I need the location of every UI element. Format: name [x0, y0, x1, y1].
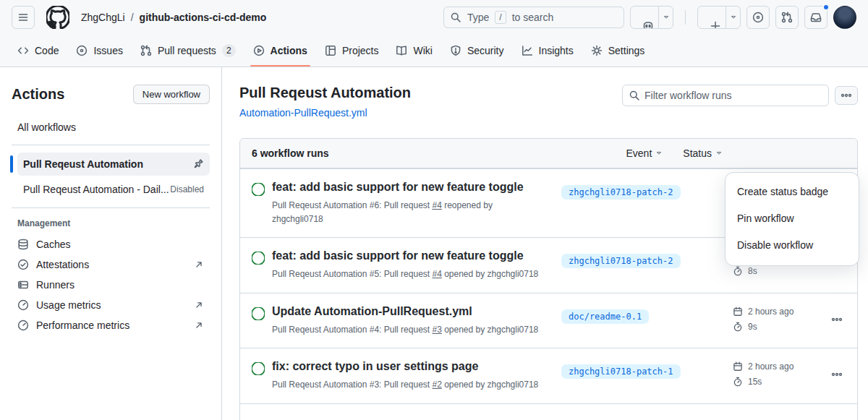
- code-icon: [17, 45, 29, 56]
- run-title-link[interactable]: feat: add basic support for new feature …: [272, 181, 524, 194]
- item-label: Usage metrics: [36, 299, 101, 311]
- tab-projects[interactable]: Projects: [319, 35, 385, 67]
- run-title-link[interactable]: fix: correct typo in user settings page: [272, 360, 478, 373]
- global-search-input[interactable]: Type / to search: [443, 7, 624, 28]
- global-nav-menu-button[interactable]: [12, 6, 35, 29]
- workflow-label: Pull Reqeust Automation - Dail...: [23, 184, 169, 195]
- tab-label: Projects: [342, 45, 379, 56]
- branch-label[interactable]: zhgchgli0718-patch-2: [561, 185, 681, 200]
- issue-opened-icon: [752, 12, 764, 23]
- issue-opened-icon: [76, 45, 88, 56]
- tab-label: Insights: [539, 45, 574, 56]
- status-filter-dropdown[interactable]: Status: [683, 147, 723, 159]
- kebab-icon: [831, 314, 843, 325]
- pr-number-link[interactable]: #4: [432, 269, 441, 279]
- menu-item-create-status-badge[interactable]: Create status badge: [726, 179, 859, 205]
- sidebar-item-all-workflows[interactable]: All workflows: [12, 120, 210, 134]
- run-options-button[interactable]: [825, 364, 848, 385]
- copilot-button[interactable]: [631, 7, 658, 28]
- github-logo[interactable]: [46, 6, 69, 29]
- run-desc-text: Pull Reqeust Automation #4: Pull request: [272, 325, 432, 335]
- branch-label[interactable]: zhgchgli0718-patch-2: [561, 254, 681, 268]
- tab-wiki[interactable]: Wiki: [390, 35, 438, 67]
- run-desc-actor: zhgchgli0718: [272, 213, 561, 226]
- book-icon: [396, 45, 407, 56]
- branch-label[interactable]: doc/readme-0.1: [561, 309, 649, 324]
- tab-label: Settings: [608, 45, 645, 56]
- breadcrumb-repo[interactable]: github-actions-ci-cd-demo: [140, 12, 267, 23]
- search-icon: [450, 12, 461, 23]
- workflow-run-row: Update Automation-PullRequest.yml Pull R…: [240, 293, 857, 348]
- new-workflow-button[interactable]: New workflow: [133, 85, 210, 104]
- repo-nav: Code Issues Pull requests2 Actions Proje…: [0, 35, 868, 67]
- sidebar-title: Actions: [12, 86, 64, 103]
- branch-label[interactable]: zhgchgli0718-patch-1: [561, 364, 681, 379]
- play-icon: [253, 45, 265, 56]
- sidebar-item-performance-metrics[interactable]: Performance metrics: [12, 315, 210, 335]
- chevron-down-icon: [730, 14, 737, 21]
- menu-item-pin-workflow[interactable]: Pin workflow: [726, 205, 859, 232]
- plus-icon: [710, 20, 721, 29]
- item-label: Caches: [36, 239, 70, 250]
- tab-label: Code: [35, 45, 59, 56]
- pr-number-link[interactable]: #2: [432, 380, 441, 390]
- pr-number-link[interactable]: #4: [432, 200, 441, 210]
- pin-workflow-button[interactable]: [189, 155, 208, 173]
- sidebar-item-runners[interactable]: Runners: [12, 275, 210, 295]
- sidebar-item-attestations[interactable]: Attestations: [12, 254, 210, 275]
- event-filter-dropdown[interactable]: Event: [626, 147, 663, 159]
- create-new-menu-button[interactable]: [726, 7, 740, 28]
- filter-workflow-runs-input[interactable]: [622, 85, 829, 106]
- filter-label: Status: [683, 147, 712, 159]
- check-circle-icon: [252, 252, 265, 265]
- workflow-options-menu: Create status badge Pin workflow Disable…: [725, 172, 859, 266]
- tab-code[interactable]: Code: [12, 35, 64, 67]
- tab-label: Pull requests: [158, 45, 216, 56]
- table-icon: [325, 45, 336, 56]
- global-header: ZhgChgLi / github-actions-ci-cd-demo Typ…: [0, 0, 868, 35]
- sidebar-item-caches[interactable]: Caches: [12, 234, 210, 254]
- gauge-icon: [17, 320, 29, 331]
- workflow-file-link[interactable]: Automation-PullRequest.yml: [239, 107, 367, 119]
- inbox-button[interactable]: [804, 6, 827, 29]
- tab-actions[interactable]: Actions: [247, 35, 313, 67]
- filter-label: Event: [626, 147, 652, 159]
- copilot-button-group: [630, 6, 673, 29]
- check-circle-icon: [252, 183, 265, 196]
- item-label: Performance metrics: [36, 320, 129, 331]
- stopwatch-icon: [733, 322, 743, 332]
- tab-issues[interactable]: Issues: [70, 35, 128, 67]
- breadcrumb-owner[interactable]: ZhgChgLi: [81, 12, 125, 23]
- tab-settings[interactable]: Settings: [585, 35, 651, 67]
- tab-label: Wiki: [413, 45, 432, 56]
- copilot-menu-button[interactable]: [658, 7, 673, 28]
- pr-number-link[interactable]: #3: [432, 325, 441, 335]
- issues-global-button[interactable]: [746, 6, 770, 29]
- run-duration: 9s: [748, 322, 757, 332]
- run-title-link[interactable]: Update Automation-PullRequest.yml: [272, 305, 472, 318]
- pull-requests-global-button[interactable]: [775, 6, 799, 29]
- server-icon: [17, 279, 29, 291]
- menu-item-disable-workflow[interactable]: Disable workflow: [726, 232, 859, 259]
- sidebar-item-workflow-disabled[interactable]: Pull Reqeust Automation - Dail... Disabl…: [17, 179, 210, 200]
- run-options-button[interactable]: [825, 309, 848, 330]
- tab-pull-requests[interactable]: Pull requests2: [135, 35, 242, 67]
- pin-icon: [192, 158, 204, 170]
- run-title-link[interactable]: feat: add basic support for new feature …: [272, 249, 524, 262]
- chevron-down-icon: [655, 150, 663, 157]
- inbox-icon: [810, 12, 822, 23]
- workflow-options-button[interactable]: [835, 86, 858, 105]
- workflow-run-row: fix: correct typo in user settings page …: [240, 348, 857, 403]
- disabled-badge: Disabled: [170, 184, 204, 194]
- kebab-icon: [831, 369, 843, 380]
- gauge-icon: [17, 299, 29, 311]
- create-new-button[interactable]: [698, 7, 726, 28]
- sidebar-item-workflow-selected[interactable]: Pull Reqeust Automation: [17, 153, 210, 176]
- sidebar-item-usage-metrics[interactable]: Usage metrics: [12, 295, 210, 315]
- tab-insights[interactable]: Insights: [516, 35, 579, 67]
- run-desc-text: opened by zhgchgli0718: [442, 325, 538, 335]
- tab-security[interactable]: Security: [444, 35, 510, 67]
- chevron-down-icon: [715, 150, 723, 157]
- user-avatar[interactable]: [833, 6, 856, 29]
- run-time: 2 hours ago: [748, 361, 793, 372]
